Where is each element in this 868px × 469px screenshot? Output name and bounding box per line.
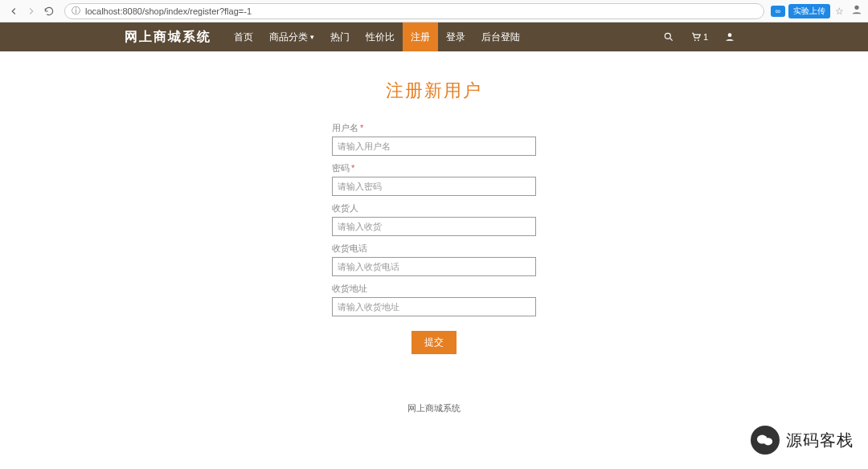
site-info-icon: ⓘ xyxy=(72,5,80,17)
register-form: 用户名*密码*收货人收货电话收货地址提交 xyxy=(332,122,536,354)
field-input-0[interactable] xyxy=(332,137,536,156)
nav-item-label: 首页 xyxy=(234,31,253,44)
svg-point-5 xyxy=(728,33,732,37)
nav-item-label: 注册 xyxy=(411,31,430,44)
field-input-3[interactable] xyxy=(332,257,536,276)
cart-count: 1 xyxy=(703,32,708,42)
main-content: 注册新用户 用户名*密码*收货人收货电话收货地址提交 xyxy=(0,51,868,354)
nav-item-label: 登录 xyxy=(446,31,465,44)
nav-item-label: 热门 xyxy=(330,31,350,44)
svg-point-4 xyxy=(698,39,699,41)
field-input-1[interactable] xyxy=(332,177,536,196)
page-title: 注册新用户 xyxy=(386,79,482,103)
field-label-0: 用户名* xyxy=(332,122,536,134)
field-input-2[interactable] xyxy=(332,217,536,236)
address-bar[interactable]: ⓘ localhost:8080/shop/index/register?fla… xyxy=(64,3,764,19)
url-text: localhost:8080/shop/index/register?flag=… xyxy=(85,6,252,16)
field-input-4[interactable] xyxy=(332,297,536,316)
caret-down-icon: ▾ xyxy=(310,33,314,41)
nav-item-3[interactable]: 性价比 xyxy=(358,22,403,51)
nav-item-2[interactable]: 热门 xyxy=(322,22,358,51)
nav-item-0[interactable]: 首页 xyxy=(226,22,261,51)
svg-point-3 xyxy=(694,39,696,41)
svg-line-2 xyxy=(670,39,673,41)
nav-item-1[interactable]: 商品分类▾ xyxy=(261,22,322,51)
brand-title: 网上商城系统 xyxy=(125,29,211,46)
footer-text: 网上商城系统 xyxy=(0,402,868,414)
svg-point-0 xyxy=(854,6,858,10)
browser-toolbar: ⓘ localhost:8080/shop/index/register?fla… xyxy=(0,0,868,22)
extension-cloud-icon[interactable]: ∞ xyxy=(771,6,785,17)
extension-badge[interactable]: 实验上传 xyxy=(788,4,830,18)
cart-icon[interactable]: 1 xyxy=(682,22,716,51)
main-nav: 网上商城系统 首页商品分类▾热门性价比注册登录后台登陆 1 xyxy=(0,22,868,51)
field-label-3: 收货电话 xyxy=(332,243,536,255)
back-button[interactable] xyxy=(5,2,23,20)
required-indicator: * xyxy=(360,123,363,133)
bookmark-star-icon[interactable]: ☆ xyxy=(835,6,844,17)
nav-item-4[interactable]: 注册 xyxy=(403,22,438,51)
user-icon[interactable] xyxy=(716,22,743,51)
required-indicator: * xyxy=(351,163,354,173)
nav-item-label: 后台登陆 xyxy=(481,31,520,44)
forward-button[interactable] xyxy=(23,2,40,20)
field-label-1: 密码* xyxy=(332,162,536,174)
submit-button[interactable]: 提交 xyxy=(411,331,457,354)
field-label-2: 收货人 xyxy=(332,202,536,214)
svg-point-1 xyxy=(665,33,670,39)
profile-icon[interactable] xyxy=(850,3,863,18)
nav-item-label: 性价比 xyxy=(366,31,395,44)
reload-button[interactable] xyxy=(40,2,58,20)
nav-item-6[interactable]: 后台登陆 xyxy=(473,22,528,51)
nav-item-label: 商品分类 xyxy=(269,31,308,44)
nav-item-5[interactable]: 登录 xyxy=(438,22,473,51)
search-icon[interactable] xyxy=(655,22,682,51)
field-label-4: 收货地址 xyxy=(332,283,536,295)
